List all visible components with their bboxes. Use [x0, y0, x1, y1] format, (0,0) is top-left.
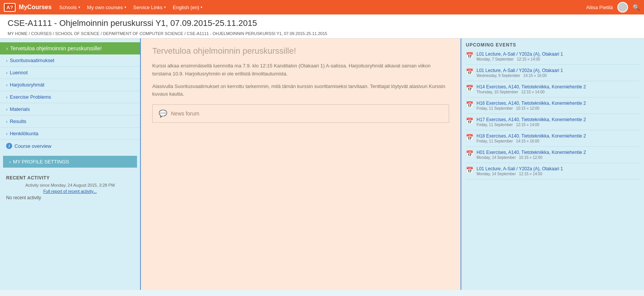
- calendar-icon: 📅: [466, 150, 473, 157]
- page-title: CSE-A1111 - Ohjelmoinnin peruskurssi Y1,…: [8, 18, 636, 30]
- event-details: H17 Exercises, A140, Tietotekniikka, Kon…: [477, 117, 639, 127]
- forum-icon: 💬: [159, 109, 167, 118]
- chevron-right-icon: ›: [6, 58, 8, 63]
- recent-activity-since: Activity since Monday, 24 August 2015, 3…: [6, 183, 134, 187]
- chevron-down-icon: ▾: [164, 5, 166, 9]
- info-icon: i: [6, 143, 12, 149]
- upcoming-events-title: UPCOMING EVENTS: [466, 42, 639, 48]
- sidebar-item-course-overview[interactable]: i Course overview: [0, 140, 140, 152]
- event-name[interactable]: H18 Exercises, A140, Tietotekniikka, Kon…: [477, 133, 639, 139]
- logo[interactable]: A?: [4, 3, 16, 12]
- chevron-right-icon: ›: [6, 119, 8, 124]
- nav-schools[interactable]: Schools ▾: [59, 5, 80, 10]
- right-sidebar: UPCOMING EVENTS 📅 L01 Lecture, A-Sali / …: [461, 38, 644, 290]
- event-item: 📅 H01 Exercises, A140, Tietotekniikka, K…: [466, 150, 639, 163]
- event-details: H18 Exercises, A140, Tietotekniikka, Kon…: [477, 133, 639, 143]
- event-name[interactable]: L01 Lecture, A-Sali / Y202a (A), Otakaar…: [477, 166, 639, 171]
- event-date: Friday, 11 September 10:15 » 12:00: [477, 106, 639, 110]
- event-name[interactable]: H17 Exercises, A140, Tietotekniikka, Kon…: [477, 117, 639, 122]
- sidebar-item-harjoitusryhmat[interactable]: › Harjoitusryhmät: [0, 79, 140, 91]
- event-date: Wednesday, 9 September 14:15 » 16:00: [477, 74, 639, 78]
- page-header: CSE-A1111 - Ohjelmoinnin peruskurssi Y1,…: [0, 14, 644, 38]
- event-item: 📅 L01 Lecture, A-Sali / Y202a (A), Otaka…: [466, 51, 639, 65]
- sidebar-item-materials[interactable]: › Materials: [0, 103, 140, 115]
- chevron-right-icon: ›: [6, 83, 8, 87]
- no-recent-activity: No recent activity: [6, 195, 134, 200]
- chevron-down-icon: ▾: [201, 5, 202, 9]
- chevron-right-icon: ›: [6, 95, 8, 99]
- calendar-icon: 📅: [466, 166, 473, 174]
- event-details: H16 Exercises, A140, Tietotekniikka, Kon…: [477, 101, 639, 110]
- chevron-right-icon: ›: [6, 131, 8, 136]
- left-sidebar: › Tervetuloa ohjelmoinnin peruskurssille…: [0, 38, 141, 290]
- news-forum-label: News forum: [171, 110, 199, 117]
- chevron-right-icon: ›: [9, 159, 11, 165]
- event-date: Monday, 14 September 12:15 » 14:00: [477, 172, 639, 176]
- sidebar-item-suoritusvaatimukset[interactable]: › Suoritusvaatimukset: [0, 54, 140, 67]
- sidebar-item-results[interactable]: › Results: [0, 115, 140, 128]
- chevron-down-icon: ▾: [78, 5, 80, 9]
- event-name[interactable]: H16 Exercises, A140, Tietotekniikka, Kon…: [477, 101, 639, 106]
- calendar-icon: 📅: [466, 85, 473, 92]
- course-description-1: Kurssi alkaa ensimmäisellä luennolla ma …: [152, 62, 449, 78]
- calendar-icon: 📅: [466, 52, 473, 59]
- event-date: Thursday, 10 September 12:15 » 14:00: [477, 90, 639, 94]
- calendar-icon: 📅: [466, 68, 473, 75]
- event-name[interactable]: L01 Lecture, A-Sali / Y202a (A), Otakaar…: [477, 51, 639, 57]
- nav-right: Aliisa Pietilä 🔍: [586, 2, 640, 13]
- event-date: Friday, 11 September 14:15 » 16:00: [477, 139, 639, 143]
- center-content: Tervetuloa ohjelmoinnin peruskurssille! …: [141, 38, 461, 290]
- event-date: Monday, 7 September 12:15 » 14:00: [477, 57, 639, 61]
- event-item: 📅 H18 Exercises, A140, Tietotekniikka, K…: [466, 133, 639, 147]
- event-name[interactable]: H14 Exercises, A140, Tietotekniikka, Kon…: [477, 84, 639, 90]
- calendar-icon: 📅: [466, 101, 473, 108]
- main-layout: › Tervetuloa ohjelmoinnin peruskurssille…: [0, 38, 644, 290]
- event-name[interactable]: H01 Exercises, A140, Tietotekniikka, Kon…: [477, 150, 639, 155]
- recent-activity-title: RECENT ACTIVITY: [6, 175, 134, 181]
- breadcrumb: MY HOME / COURSES / SCHOOL OF SCIENCE / …: [8, 30, 636, 38]
- recent-activity-section: RECENT ACTIVITY Activity since Monday, 2…: [0, 171, 140, 204]
- events-list: 📅 L01 Lecture, A-Sali / Y202a (A), Otaka…: [466, 51, 639, 179]
- event-date: Friday, 11 September 12:15 » 14:00: [477, 123, 639, 127]
- event-details: L01 Lecture, A-Sali / Y202a (A), Otakaar…: [477, 68, 639, 78]
- calendar-icon: 📅: [466, 134, 473, 141]
- event-date: Monday, 14 September 10:15 » 12:00: [477, 155, 639, 160]
- event-name[interactable]: L01 Lecture, A-Sali / Y202a (A), Otakaar…: [477, 68, 639, 73]
- news-forum-item[interactable]: 💬 News forum: [152, 104, 449, 123]
- event-details: L01 Lecture, A-Sali / Y202a (A), Otakaar…: [477, 51, 639, 61]
- nav-my-own-courses[interactable]: My own courses ▾: [87, 5, 126, 10]
- brand[interactable]: MyCourses: [19, 4, 51, 11]
- calendar-icon: 📅: [466, 117, 473, 125]
- chevron-right-icon: ›: [6, 45, 8, 51]
- event-details: H14 Exercises, A140, Tietotekniikka, Kon…: [477, 84, 639, 94]
- event-item: 📅 H16 Exercises, A140, Tietotekniikka, K…: [466, 101, 639, 114]
- top-navigation: A? MyCourses Schools ▾ My own courses ▾ …: [0, 0, 644, 14]
- avatar[interactable]: [617, 2, 628, 13]
- chevron-right-icon: ›: [6, 70, 8, 75]
- event-item: 📅 L01 Lecture, A-Sali / Y202a (A), Otaka…: [466, 68, 639, 81]
- event-item: 📅 H14 Exercises, A140, Tietotekniikka, K…: [466, 84, 639, 98]
- event-details: L01 Lecture, A-Sali / Y202a (A), Otakaar…: [477, 166, 639, 176]
- search-icon[interactable]: 🔍: [633, 4, 640, 11]
- full-report-link[interactable]: Full report of recent activity...: [6, 189, 134, 194]
- course-welcome-title: Tervetuloa ohjelmoinnin peruskurssille!: [152, 46, 449, 56]
- sidebar-item-exercise-problems[interactable]: › Exercise Problems: [0, 91, 140, 103]
- nav-service-links[interactable]: Service Links ▾: [133, 5, 166, 10]
- event-item: 📅 H17 Exercises, A140, Tietotekniikka, K…: [466, 117, 639, 130]
- profile-settings-button[interactable]: › MY PROFILE SETTINGS: [3, 156, 137, 168]
- nav-language[interactable]: English (en) ▾: [173, 5, 202, 10]
- event-details: H01 Exercises, A140, Tietotekniikka, Kon…: [477, 150, 639, 160]
- sidebar-item-luennot[interactable]: › Luennot: [0, 67, 140, 79]
- event-item: 📅 L01 Lecture, A-Sali / Y202a (A), Otaka…: [466, 166, 639, 179]
- course-description-2: Alasivulla Suoritusvaatimukset on kerrot…: [152, 83, 449, 99]
- chevron-down-icon: ▾: [124, 5, 126, 9]
- sidebar-item-henkilokunta[interactable]: › Henkilökunta: [0, 128, 140, 140]
- user-name[interactable]: Aliisa Pietilä: [586, 5, 613, 10]
- chevron-right-icon: ›: [6, 107, 8, 112]
- sidebar-item-welcome[interactable]: › Tervetuloa ohjelmoinnin peruskurssille…: [0, 42, 140, 54]
